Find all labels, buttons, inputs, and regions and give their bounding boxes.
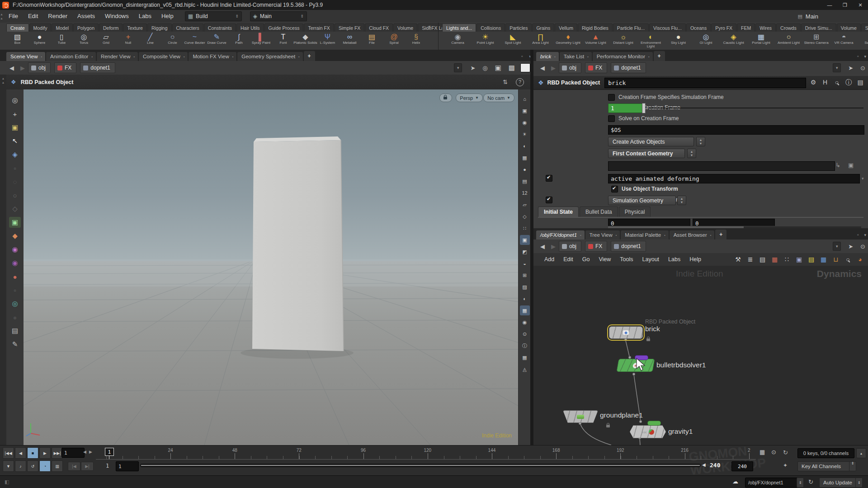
rbd-tool-icon[interactable]: ▣ bbox=[9, 217, 21, 228]
tab-detach-icon[interactable]: ▪ bbox=[587, 55, 588, 58]
render-region-button[interactable] bbox=[520, 63, 530, 72]
shelf-tab[interactable]: Cloud FX bbox=[365, 23, 393, 32]
play-button[interactable]: ▶ bbox=[39, 447, 51, 459]
realtime-icon[interactable]: ◔ bbox=[39, 460, 51, 472]
op-chooser-icon[interactable]: ↳ bbox=[835, 162, 840, 169]
tick-marks-icon[interactable]: ▥ bbox=[52, 460, 63, 472]
tab-detach-icon[interactable]: ▪ bbox=[184, 55, 184, 58]
menu-item[interactable]: Add bbox=[540, 253, 559, 266]
environment-light-tool-icon[interactable]: ◐ Environment Light bbox=[637, 32, 665, 50]
wireframe-icon[interactable]: ▦ bbox=[520, 153, 530, 163]
follow-selection-icon[interactable]: ⊙ bbox=[857, 243, 868, 250]
portal-light-tool-icon[interactable]: ▦ Portal Light bbox=[747, 32, 775, 50]
shelf-tab[interactable]: Model bbox=[52, 23, 73, 32]
font-tool-icon[interactable]: T Font bbox=[272, 32, 294, 50]
stereo-camera-tool-icon[interactable]: ⊞ Stereo Camera bbox=[802, 32, 830, 50]
forward-icon[interactable]: ▶ bbox=[548, 65, 559, 71]
viewport-info-icon[interactable]: ⓘ bbox=[520, 341, 530, 351]
shelf-tab[interactable]: Wires bbox=[755, 23, 776, 32]
background-image-icon[interactable]: ▦ bbox=[817, 256, 830, 263]
pane-tab[interactable]: Motion FX View▪ bbox=[189, 52, 236, 61]
switcher-tool-icon[interactable]: ⇄ Switcher bbox=[858, 32, 868, 50]
lod-icon[interactable]: 12 bbox=[520, 188, 530, 198]
auto-key-icon[interactable]: ↻ bbox=[783, 449, 788, 456]
grid-display-icon[interactable]: ▱ bbox=[520, 200, 530, 210]
pane-maximize-icon[interactable]: ▫ bbox=[521, 54, 523, 59]
shelf-tab[interactable]: Particles bbox=[505, 23, 532, 32]
lighting-icon[interactable]: ☀ bbox=[520, 129, 530, 139]
menu-item[interactable]: Edit bbox=[23, 10, 43, 23]
snapshot-tool-icon[interactable]: ▤ bbox=[9, 325, 21, 336]
shelf-tab[interactable]: Particle Flu... bbox=[613, 23, 649, 32]
spiral-tool-icon[interactable]: @ Spiral bbox=[383, 32, 405, 50]
path-dropdown-icon[interactable]: ▾ bbox=[454, 63, 462, 72]
visualizers-icon[interactable]: ⊙ bbox=[520, 329, 530, 339]
path-spinner[interactable]: ⇕ bbox=[797, 478, 804, 488]
build-desktop-dropdown[interactable]: ▦ Build⇕ bbox=[185, 11, 242, 21]
pane-tab[interactable]: Take List▪ bbox=[560, 52, 592, 61]
frame-decrement-icon[interactable]: ◀ bbox=[83, 450, 86, 454]
pin-pane-icon[interactable]: ➤ bbox=[844, 243, 857, 250]
breadcrumb-segment[interactable]: obj bbox=[559, 62, 581, 73]
menu-item[interactable]: View bbox=[594, 253, 615, 266]
select-tool-icon[interactable]: ↖ bbox=[9, 136, 21, 146]
shelf-tab[interactable]: Lights and... bbox=[442, 23, 476, 32]
message-log-icon[interactable]: ◧ bbox=[5, 479, 9, 485]
box-tool-icon[interactable]: ▧ Box bbox=[6, 32, 28, 50]
overwrite-attributes-field[interactable]: active animated deforming bbox=[608, 174, 860, 183]
node-gravity1[interactable]: ‹‹‹ bbox=[630, 425, 666, 438]
initial-object-type-dropdown[interactable]: Create Active Objects bbox=[608, 137, 694, 146]
breadcrumb-segment[interactable]: dopnet1 bbox=[611, 241, 646, 252]
isolate-icon[interactable]: ◩ bbox=[520, 247, 530, 257]
key-dropdown-spinner[interactable]: ⇕ bbox=[849, 461, 856, 471]
camera-lock-icon[interactable]: ◉ bbox=[520, 317, 530, 327]
metaball-tool-icon[interactable]: ∞ Metaball bbox=[339, 32, 361, 50]
jump-start-button[interactable]: |◀◀ bbox=[3, 447, 14, 459]
view-tool-icon[interactable]: ◎ bbox=[9, 95, 21, 106]
scope-up-icon[interactable]: ▴ bbox=[856, 448, 866, 458]
geometry-source-dropdown[interactable]: First Context Geometry bbox=[608, 149, 685, 158]
distant-light-tool-icon[interactable]: ☼ Distant Light bbox=[609, 32, 637, 50]
breadcrumb-segment[interactable]: dopnet1 bbox=[80, 62, 115, 73]
snapshot-icon[interactable]: ▤ bbox=[520, 176, 530, 186]
menu-item[interactable]: Help bbox=[156, 10, 179, 23]
solve-creation-toggle[interactable] bbox=[608, 115, 615, 122]
pose-tool-icon[interactable]: ▣ bbox=[9, 122, 21, 133]
menu-item[interactable]: Labs bbox=[134, 10, 156, 23]
help-icon[interactable]: ? bbox=[516, 78, 524, 86]
shelf-tab[interactable]: Hair Utils bbox=[236, 23, 264, 32]
close-button[interactable]: ✕ bbox=[853, 0, 868, 9]
grid-toggle-icon[interactable]: ▦ bbox=[520, 352, 530, 362]
path-dropdown-icon[interactable]: ▾ bbox=[833, 63, 841, 72]
frame-increment-icon[interactable]: ▶ bbox=[89, 450, 92, 454]
pane-tab[interactable]: Material Palette▪ bbox=[621, 230, 668, 239]
shelf-tab[interactable]: Terrain FX bbox=[304, 23, 334, 32]
vr-camera-tool-icon[interactable]: ◓ VR Camera bbox=[830, 32, 858, 50]
environment-map-icon[interactable]: ◐ bbox=[520, 294, 530, 304]
right-desktop-indicator[interactable]: ▤ Main bbox=[797, 13, 818, 20]
info-icon[interactable]: ⓘ bbox=[843, 79, 854, 87]
pane-tab[interactable]: Animation Editor▪ bbox=[46, 52, 96, 61]
shelf-tab[interactable]: Constraints bbox=[204, 23, 236, 32]
overwrite-attributes-toggle[interactable] bbox=[546, 175, 552, 182]
basket-icon[interactable]: ⊔ bbox=[830, 256, 842, 263]
path-tool-icon[interactable]: ∫ Path bbox=[228, 32, 250, 50]
tree-structure-icon[interactable]: ≣ bbox=[744, 256, 756, 263]
secure-selection-icon[interactable]: ◈ bbox=[9, 149, 21, 160]
background-image-icon[interactable]: ▨ bbox=[520, 282, 530, 292]
ocean-tool-icon[interactable]: ◎ bbox=[9, 298, 21, 309]
menu-item[interactable]: Go bbox=[578, 253, 594, 266]
pane-tab[interactable]: Tree View▪ bbox=[585, 230, 620, 239]
camera-view-icon[interactable]: ◉ bbox=[520, 117, 530, 127]
breadcrumb-segment[interactable]: dopnet1 bbox=[611, 62, 646, 73]
recook-icon[interactable]: ↻ bbox=[808, 479, 813, 485]
smooth-shade-icon[interactable]: ● bbox=[520, 164, 530, 174]
creation-frame-field[interactable]: 1 bbox=[608, 103, 642, 113]
node-name-field[interactable]: brick bbox=[604, 78, 806, 88]
position-x-field[interactable]: 0 bbox=[608, 219, 690, 226]
snap-icon[interactable]: ◬ bbox=[520, 364, 530, 374]
shelf-tab[interactable]: FEM bbox=[737, 23, 755, 32]
dropdown-spinner[interactable]: ▲▼ bbox=[696, 137, 705, 146]
range-slider[interactable] bbox=[140, 464, 701, 467]
sphere-tool-icon[interactable]: ● Sphere bbox=[28, 32, 51, 50]
